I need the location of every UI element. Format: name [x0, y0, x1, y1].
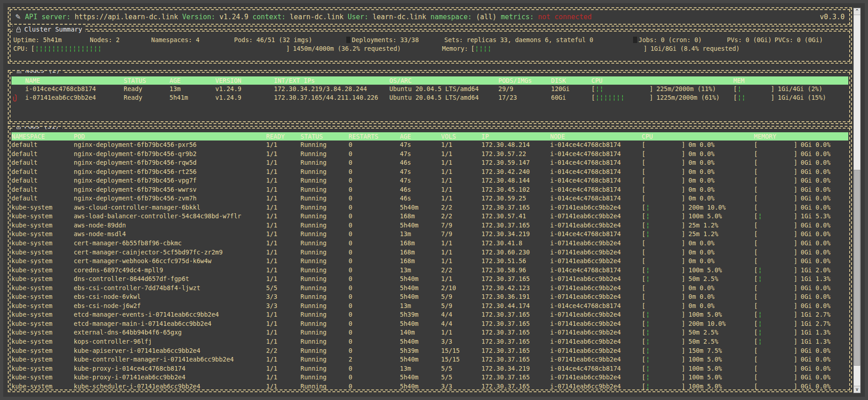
cell: 120Gi	[551, 85, 591, 93]
pod-row[interactable]: kube-systemcoredns-6897c49dc4-mpll91/1Ru…	[11, 266, 848, 275]
cell: 1/1	[266, 310, 300, 319]
cell: i-014ce4c4768cb8174	[550, 266, 642, 275]
cell: i-07141eab6cc9bb2e4	[550, 284, 642, 293]
cell: default	[11, 176, 74, 185]
pod-row[interactable]: kube-systemkube-scheduler-i-07141eab6cc9…	[11, 382, 848, 391]
pod-row[interactable]: kube-systemdns-controller-8644d657df-fgp…	[11, 275, 848, 284]
cell: ebs-csi-node-j6w2f	[74, 302, 266, 311]
cell: 1/1	[266, 382, 300, 391]
pod-row[interactable]: kube-systemaws-node-89ddn1/1Running05h40…	[11, 221, 848, 230]
pod-row[interactable]: kube-systemebs-csi-node-6vkwl3/3Running0…	[11, 292, 848, 302]
pod-row[interactable]: kube-systemkops-controller-96lfj1/1Runni…	[11, 337, 848, 346]
cell-gauge: []0Gi 0.0%	[754, 292, 848, 302]
pod-row[interactable]: defaultnginx-deployment-6fb79bc456-rqw5d…	[11, 158, 848, 168]
cell: Running	[300, 346, 349, 356]
cell: Running	[300, 212, 349, 221]
pod-row[interactable]: kube-systemkube-apiserver-i-07141eab6cc9…	[11, 346, 848, 356]
pod-row[interactable]: defaultnginx-deployment-6fb79bc456-zvm7h…	[11, 194, 848, 203]
cell-gauge: [¦]100m 5.0%	[642, 382, 754, 391]
cell: coredns-6897c49dc4-mpll9	[74, 266, 266, 275]
cell: i-014ce4c4768cb8174	[550, 158, 642, 168]
col-VERSION: VERSION	[215, 76, 274, 85]
usage-gauge: []	[754, 355, 797, 364]
cell-gauge: [¦]200m 10.0%	[642, 319, 754, 329]
cell: 172.30.34.219	[481, 364, 550, 373]
scroll-up-button[interactable]: ^	[854, 8, 860, 15]
usage-gauge: []	[754, 346, 797, 356]
pod-row[interactable]: kube-systemebs-csi-node-j6w2f3/3Running0…	[11, 302, 848, 311]
pod-row[interactable]: kube-systemkube-proxy-i-07141eab6cc9bb2e…	[11, 373, 848, 382]
usage-gauge: [¦¦¦¦¦¦¦]	[591, 93, 653, 102]
cell: i-07141eab6cc9bb2e4	[550, 248, 642, 257]
cell: nginx-deployment-6fb79bc456-pxr56	[74, 141, 266, 150]
pod-row[interactable]: kube-systemaws-cloud-controller-manager-…	[11, 203, 848, 212]
pod-row[interactable]: kube-systemaws-node-msdl41/1Running013m7…	[11, 230, 848, 239]
cell: 1/1	[441, 176, 481, 185]
pod-row[interactable]: defaultnginx-deployment-6fb79bc456-pxr56…	[11, 141, 848, 150]
usage-gauge: []	[754, 141, 797, 150]
cell-gauge: []0Gi 0.0%	[754, 382, 848, 391]
cell: Running	[300, 310, 349, 319]
usage-gauge: [¦¦]	[733, 93, 775, 102]
cell: 172.30.57.41	[481, 212, 550, 221]
usage-gauge: []	[754, 185, 797, 195]
pod-row[interactable]: defaultnginx-deployment-6fb79bc456-rt256…	[11, 168, 848, 177]
cell: 168m	[400, 212, 441, 221]
pod-row[interactable]: defaultnginx-deployment-6fb79bc456-wwrsv…	[11, 185, 848, 195]
app-version: v0.3.0	[820, 13, 845, 21]
usage-gauge: []	[754, 373, 797, 382]
pod-row[interactable]: kube-systemkube-controller-manager-i-071…	[11, 355, 848, 364]
cell: i-07141eab6cc9bb2e4	[25, 93, 124, 102]
node-row[interactable]: i-07141eab6cc9bb2e4Ready5h41mv1.24.9172.…	[11, 93, 848, 102]
cell-gauge: []0m 0.0%	[642, 194, 754, 203]
cell: default	[11, 141, 74, 150]
cell: 172.30.44.174	[481, 302, 550, 311]
pod-row[interactable]: defaultnginx-deployment-6fb79bc456-vpg7f…	[11, 176, 848, 185]
usage-gauge: []	[642, 150, 685, 159]
node-row[interactable]: i-014ce4c4768cb8174Ready13mv1.24.9172.30…	[11, 85, 848, 93]
scroll-down-button[interactable]: v	[854, 386, 860, 393]
pod-row[interactable]: kube-systemebs-csi-controller-7dd74b8f4-…	[11, 284, 848, 293]
top-status-bar: ✎ API server: https://api.learn-dc.link …	[8, 7, 852, 27]
cell-gauge: []0Gi 0.0%	[754, 221, 848, 230]
cell: i-07141eab6cc9bb2e4	[550, 337, 642, 346]
cell: 0	[349, 310, 400, 319]
cell: kube-system	[11, 230, 74, 239]
cell: 47s	[400, 150, 441, 159]
cell: 0	[349, 248, 400, 257]
nodes-table-body: i-014ce4c4768cb8174Ready13mv1.24.9172.30…	[11, 85, 848, 102]
pod-row[interactable]: kube-systemetcd-manager-events-i-07141ea…	[11, 310, 848, 319]
cell: Ubuntu 20.04.5 LTS/amd64	[389, 85, 498, 93]
pod-row[interactable]: kube-systemetcd-manager-main-i-07141eab6…	[11, 319, 848, 329]
scrollbar-thumb[interactable]	[854, 170, 860, 366]
cell: Running	[300, 194, 349, 203]
cell-gauge: []0Gi 0.0%	[754, 176, 848, 185]
cell: i-014ce4c4768cb8174	[550, 302, 642, 311]
cell-gauge: []0Gi 0.0%	[754, 230, 848, 239]
pod-row[interactable]: kube-systemcert-manager-6b55fb8f96-cbkmc…	[11, 239, 848, 248]
pod-row[interactable]: kube-systemkube-proxy-i-014ce4c4768cb817…	[11, 364, 848, 373]
cell: 3/3	[266, 302, 300, 311]
nodes-title: Nodes (2)	[13, 70, 63, 74]
cluster-summary-title: Cluster Summary	[13, 26, 85, 33]
pod-row[interactable]: kube-systemexternal-dns-64bb94b4f6-65gxg…	[11, 328, 848, 337]
cell: 1/1	[266, 185, 300, 195]
cell: 172.30.42.123	[481, 284, 550, 293]
cell: 0	[349, 230, 400, 239]
cluster-stat: Pods: 46/51 (32 imgs)	[234, 36, 346, 44]
window-scrollbar[interactable]: ^ v	[853, 8, 861, 393]
usage-gauge: [¦]	[642, 203, 685, 212]
cell: 0	[349, 266, 400, 275]
pod-row[interactable]: kube-systemaws-load-balancer-controller-…	[11, 212, 848, 221]
cell: 1/1	[266, 355, 300, 364]
cell: 5h41m	[169, 93, 215, 102]
usage-gauge: []	[642, 141, 685, 150]
cell: i-07141eab6cc9bb2e4	[550, 221, 642, 230]
usage-gauge: [¦]	[642, 212, 685, 221]
cluster-cpu-gauge: CPU:[¦¦¦¦¦¦¦¦¦¦¦¦¦¦¦¦]1450m/4000m (36.2%…	[13, 44, 442, 53]
usage-gauge: []	[754, 230, 797, 239]
pod-row[interactable]: kube-systemcert-manager-webhook-66ccfc97…	[11, 257, 848, 266]
cell-gauge: []0Gi 0.0%	[754, 346, 848, 356]
pod-row[interactable]: kube-systemcert-manager-cainjector-5cf5b…	[11, 248, 848, 257]
pod-row[interactable]: defaultnginx-deployment-6fb79bc456-qr9b2…	[11, 150, 848, 159]
